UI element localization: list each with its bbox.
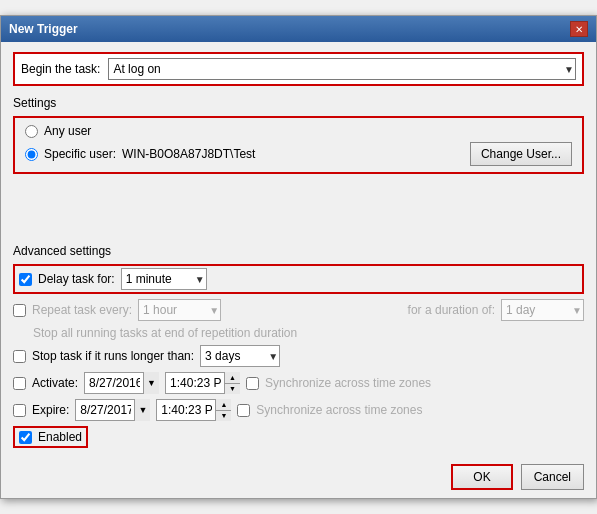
title-bar: New Trigger ✕ xyxy=(1,16,596,42)
delay-select[interactable]: 1 minute 30 seconds 5 minutes 10 minutes xyxy=(121,268,207,290)
close-button[interactable]: ✕ xyxy=(570,21,588,37)
expire-label: Expire: xyxy=(32,403,69,417)
stop-longer-select[interactable]: 3 days 1 hour 2 hours 1 day xyxy=(200,345,280,367)
activate-time-spinners: ▲ ▼ xyxy=(224,372,240,394)
settings-box: Any user Specific user: WIN-B0O8A87J8DT\… xyxy=(13,116,584,174)
specific-user-radio[interactable] xyxy=(25,148,38,161)
duration-select[interactable]: 1 day 30 minutes 1 hour xyxy=(501,299,584,321)
title-bar-controls: ✕ xyxy=(570,21,588,37)
delay-task-row: Delay task for: 1 minute 30 seconds 5 mi… xyxy=(13,264,584,294)
activate-checkbox[interactable] xyxy=(13,377,26,390)
activate-row: Activate: ▼ ▲ ▼ Synchronize across time … xyxy=(13,372,584,394)
dialog-title: New Trigger xyxy=(9,22,78,36)
repeat-task-checkbox[interactable] xyxy=(13,304,26,317)
enabled-checkbox[interactable] xyxy=(19,431,32,444)
expire-time-up[interactable]: ▲ xyxy=(216,399,231,411)
activate-sync-label: Synchronize across time zones xyxy=(265,376,431,390)
stop-all-row: Stop all running tasks at end of repetit… xyxy=(13,326,584,340)
stop-longer-select-wrapper: 3 days 1 hour 2 hours 1 day ▼ xyxy=(200,345,280,367)
duration-select-wrapper: 1 day 30 minutes 1 hour ▼ xyxy=(501,299,584,321)
enabled-label: Enabled xyxy=(38,430,82,444)
any-user-label: Any user xyxy=(44,124,91,138)
activate-sync-group: Synchronize across time zones xyxy=(246,376,431,390)
activate-time-up[interactable]: ▲ xyxy=(225,372,240,384)
expire-date-wrapper: ▼ xyxy=(75,399,150,421)
expire-sync-label: Synchronize across time zones xyxy=(256,403,422,417)
delay-task-checkbox[interactable] xyxy=(19,273,32,286)
expire-time-wrapper: ▲ ▼ xyxy=(156,399,231,421)
specific-user-label: Specific user: xyxy=(44,147,116,161)
change-user-button[interactable]: Change User... xyxy=(470,142,572,166)
activate-cal-button[interactable]: ▼ xyxy=(143,372,159,394)
stop-longer-row: Stop task if it runs longer than: 3 days… xyxy=(13,345,584,367)
activate-time-wrapper: ▲ ▼ xyxy=(165,372,240,394)
activate-sync-checkbox[interactable] xyxy=(246,377,259,390)
expire-time-down[interactable]: ▼ xyxy=(216,411,231,422)
dialog-body: Begin the task: At log on At startup On … xyxy=(1,42,596,498)
ok-button[interactable]: OK xyxy=(451,464,512,490)
expire-checkbox[interactable] xyxy=(13,404,26,417)
repeat-select-wrapper: 1 hour 5 minutes 10 minutes ▼ xyxy=(138,299,221,321)
stop-longer-label: Stop task if it runs longer than: xyxy=(32,349,194,363)
settings-section-label: Settings xyxy=(13,96,584,110)
activate-label: Activate: xyxy=(32,376,78,390)
stop-longer-checkbox[interactable] xyxy=(13,350,26,363)
begin-task-row: Begin the task: At log on At startup On … xyxy=(13,52,584,86)
stop-all-label: Stop all running tasks at end of repetit… xyxy=(33,326,297,340)
button-row: OK Cancel xyxy=(13,458,584,490)
repeat-task-label: Repeat task every: xyxy=(32,303,132,317)
spacer xyxy=(13,184,584,244)
advanced-settings-label: Advanced settings xyxy=(13,244,584,258)
activate-date-wrapper: ▼ xyxy=(84,372,159,394)
expire-time-spinners: ▲ ▼ xyxy=(215,399,231,421)
begin-task-select[interactable]: At log on At startup On a schedule On an… xyxy=(108,58,576,80)
duration-label-text: for a duration of: xyxy=(408,303,495,317)
activate-time-down[interactable]: ▼ xyxy=(225,384,240,395)
expire-sync-checkbox[interactable] xyxy=(237,404,250,417)
cancel-button[interactable]: Cancel xyxy=(521,464,584,490)
expire-cal-button[interactable]: ▼ xyxy=(134,399,150,421)
begin-task-select-wrapper: At log on At startup On a schedule On an… xyxy=(108,58,576,80)
any-user-row: Any user xyxy=(25,124,572,138)
begin-task-label: Begin the task: xyxy=(21,62,100,76)
expire-sync-group: Synchronize across time zones xyxy=(237,403,422,417)
enabled-row: Enabled xyxy=(13,426,88,448)
repeat-select[interactable]: 1 hour 5 minutes 10 minutes xyxy=(138,299,221,321)
delay-task-label: Delay task for: xyxy=(38,272,115,286)
new-trigger-dialog: New Trigger ✕ Begin the task: At log on … xyxy=(0,15,597,499)
expire-row: Expire: ▼ ▲ ▼ Synchronize across time zo… xyxy=(13,399,584,421)
any-user-radio[interactable] xyxy=(25,125,38,138)
duration-group: for a duration of: 1 day 30 minutes 1 ho… xyxy=(408,299,584,321)
specific-user-left: Specific user: WIN-B0O8A87J8DT\Test xyxy=(25,147,255,161)
specific-user-row: Specific user: WIN-B0O8A87J8DT\Test Chan… xyxy=(25,142,572,166)
repeat-task-row: Repeat task every: 1 hour 5 minutes 10 m… xyxy=(13,299,584,321)
delay-select-wrapper: 1 minute 30 seconds 5 minutes 10 minutes… xyxy=(121,268,207,290)
specific-user-value: WIN-B0O8A87J8DT\Test xyxy=(122,147,255,161)
